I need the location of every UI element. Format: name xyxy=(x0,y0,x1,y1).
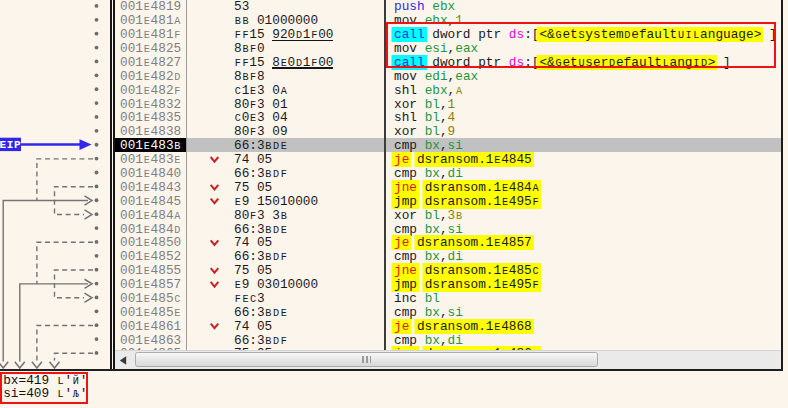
svg-text:EIP: EIP xyxy=(0,139,21,151)
